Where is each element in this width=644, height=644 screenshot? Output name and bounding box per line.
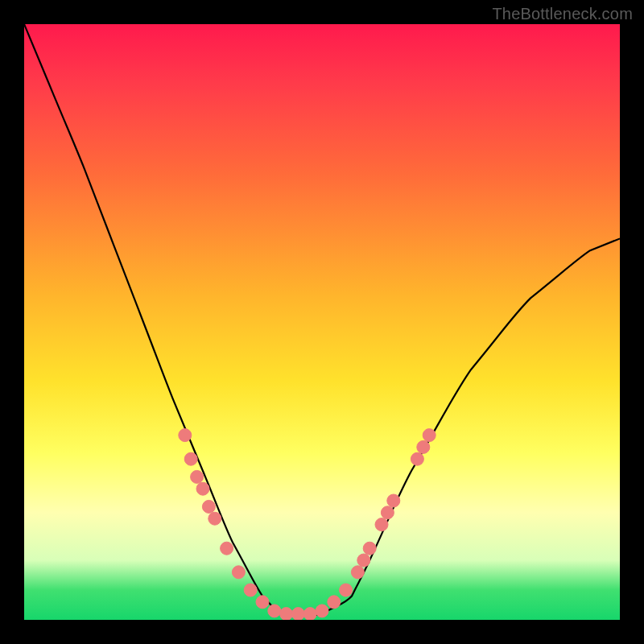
data-marker: [208, 512, 221, 525]
data-marker: [202, 500, 215, 513]
data-marker: [303, 608, 316, 620]
data-marker: [357, 554, 370, 567]
data-marker: [196, 482, 209, 495]
data-marker: [232, 566, 245, 579]
marker-group: [179, 429, 436, 620]
data-marker: [256, 596, 269, 609]
bottleneck-curve: [24, 24, 620, 615]
data-marker: [375, 518, 388, 531]
attribution-label: TheBottleneck.com: [492, 5, 633, 23]
data-marker: [268, 605, 281, 617]
data-marker: [387, 494, 400, 507]
data-marker: [381, 506, 394, 519]
data-marker: [328, 596, 341, 609]
data-marker: [411, 452, 423, 465]
data-marker: [417, 440, 430, 453]
chart-svg: [24, 24, 620, 620]
data-marker: [423, 429, 436, 442]
data-marker: [221, 542, 233, 555]
chart-area: [24, 24, 620, 620]
data-marker: [280, 608, 293, 620]
data-marker: [363, 542, 376, 555]
data-marker: [244, 584, 257, 597]
data-marker: [291, 608, 304, 620]
data-marker: [316, 605, 328, 617]
data-marker: [340, 584, 353, 597]
data-marker: [179, 429, 192, 442]
data-marker: [191, 470, 204, 483]
data-marker: [184, 452, 197, 465]
data-marker: [351, 566, 364, 579]
